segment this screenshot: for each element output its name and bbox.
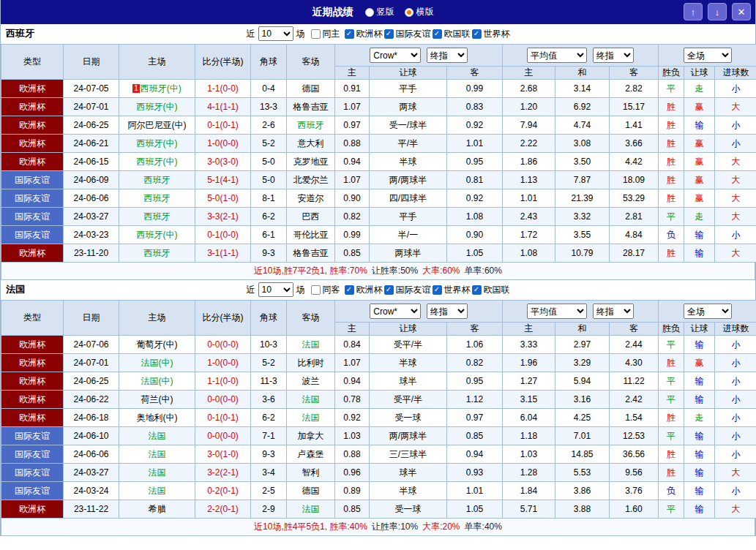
- checkbox-unchecked-icon[interactable]: [311, 29, 321, 39]
- summary-segment: 近10场,胜4平5负1, 胜率:40%: [254, 521, 367, 533]
- col-header-type: 类型: [1, 45, 64, 80]
- col-header-date: 日期: [64, 45, 119, 80]
- competition-filter[interactable]: ✓欧国联: [433, 28, 471, 40]
- odds-stage-select[interactable]: 终指: [427, 304, 468, 319]
- goals-result-cell: 小: [715, 445, 756, 464]
- near-label: 近: [247, 28, 255, 40]
- radio-selected-icon[interactable]: [405, 8, 413, 17]
- odds-home-cell: 0.97: [335, 116, 370, 135]
- result-cell: 胜: [659, 189, 684, 208]
- competition-type-cell: 国际友谊: [1, 445, 64, 464]
- summary-segment: 单率:60%: [465, 265, 502, 277]
- avg-odds-select[interactable]: 平均值: [527, 304, 587, 319]
- checkbox-checked-icon[interactable]: ✓: [433, 29, 442, 39]
- competition-label: 世界杯: [444, 284, 471, 296]
- handicap-result-cell: 赢: [684, 135, 715, 153]
- result-group-header: 全场: [659, 301, 756, 323]
- competition-filters: ✓欧洲杯✓国际友谊✓世界杯✓欧国联: [343, 284, 510, 296]
- odds-stage-select[interactable]: 终指: [427, 48, 468, 63]
- same-venue-label: 同客: [323, 284, 340, 296]
- match-row: 欧洲杯24-06-15西班牙(中)3-0(3-0)5-0克罗地亚0.94半球0.…: [1, 153, 756, 171]
- checkbox-checked-icon[interactable]: ✓: [472, 29, 482, 39]
- view-option-horizontal[interactable]: 横版: [405, 6, 434, 18]
- result-cell: 胜: [659, 354, 684, 372]
- move-down-button[interactable]: ↓: [708, 3, 727, 20]
- avg-away-cell: 36.56: [610, 445, 659, 464]
- odds-group-header: Crow* 终指: [335, 301, 503, 323]
- handicap-result-cell: 输: [684, 336, 715, 354]
- home-team-cell: 阿尔巴尼亚(中): [119, 116, 195, 135]
- subcol-handicap-result: 让球: [684, 323, 715, 336]
- same-venue-filter[interactable]: 同客: [311, 284, 340, 296]
- competition-filter[interactable]: ✓国际友谊: [384, 284, 431, 296]
- score-cell: 0-1(0-0): [195, 226, 251, 244]
- home-team-cell: 希腊: [119, 500, 195, 519]
- corner-cell: 5-2: [251, 354, 287, 372]
- title-bar-buttons: ↑ ↓ ✕: [684, 3, 751, 20]
- match-row: 国际友谊24-03-24法国0-2(0-1)2-5德国0.89半球1.011.8…: [1, 482, 756, 500]
- odds-home-cell: 0.89: [335, 482, 370, 500]
- view-option-horizontal-label: 横版: [416, 6, 434, 18]
- move-up-button[interactable]: ↑: [684, 3, 703, 20]
- avg-stage-select[interactable]: 终指: [593, 48, 634, 63]
- away-team-cell: 法国: [287, 500, 335, 519]
- goals-result-cell: 小: [715, 354, 756, 372]
- competition-filter[interactable]: ✓世界杯: [472, 28, 510, 40]
- results-tbody: 欧洲杯24-07-06葡萄牙(中)0-0(0-0)10-3法国0.84受平/半1…: [1, 336, 756, 519]
- bookmaker-select[interactable]: Crow*: [370, 48, 421, 63]
- score-cell: 5-0(1-0): [195, 189, 251, 208]
- corner-cell: 5-0: [251, 153, 287, 171]
- matches-label: 场: [296, 28, 305, 40]
- same-venue-label: 同主: [323, 28, 340, 40]
- competition-filter[interactable]: ✓欧洲杯: [345, 284, 383, 296]
- col-header-away: 客场: [287, 45, 335, 80]
- view-option-vertical[interactable]: 竖版: [365, 6, 394, 18]
- checkbox-checked-icon[interactable]: ✓: [345, 29, 354, 39]
- match-row: 欧洲杯23-11-22希腊2-2(0-1)2-9法国0.85受一球1.055.7…: [1, 500, 756, 519]
- competition-filter[interactable]: ✓世界杯: [433, 284, 471, 296]
- away-team-cell: 克罗地亚: [287, 153, 335, 171]
- result-cell: 胜: [659, 116, 684, 135]
- odds-home-cell: 1.07: [335, 354, 370, 372]
- checkbox-checked-icon[interactable]: ✓: [384, 285, 394, 295]
- home-team-cell: 法国: [119, 445, 195, 464]
- bookmaker-select[interactable]: Crow*: [370, 304, 421, 319]
- col-header-score: 比分(半场): [195, 45, 251, 80]
- team-name: 西班牙: [6, 27, 34, 40]
- view-option-vertical-label: 竖版: [377, 6, 394, 18]
- match-count-select[interactable]: 10: [258, 26, 293, 41]
- subcol-odds-away: 客: [447, 323, 503, 336]
- avg-odds-select[interactable]: 平均值: [527, 48, 587, 63]
- competition-filter[interactable]: ✓欧洲杯: [345, 28, 383, 40]
- competition-filter[interactable]: ✓欧国联: [472, 284, 510, 296]
- checkbox-unchecked-icon[interactable]: [311, 285, 321, 295]
- same-venue-filter[interactable]: 同主: [311, 28, 340, 40]
- competition-filters: ✓欧洲杯✓国际友谊✓欧国联✓世界杯: [343, 28, 510, 40]
- radio-unselected-icon[interactable]: [365, 8, 374, 17]
- scope-select[interactable]: 全场: [684, 304, 732, 319]
- score-cell: 0-1(0-1): [195, 116, 251, 135]
- avg-stage-select[interactable]: 终指: [593, 304, 634, 319]
- checkbox-checked-icon[interactable]: ✓: [433, 285, 442, 295]
- checkbox-checked-icon[interactable]: ✓: [345, 285, 354, 295]
- competition-filter[interactable]: ✓国际友谊: [384, 28, 431, 40]
- scope-select[interactable]: 全场: [684, 48, 732, 63]
- checkbox-checked-icon[interactable]: ✓: [472, 285, 482, 295]
- odds-away-cell: 1.06: [447, 336, 503, 354]
- avg-away-cell: 1.60: [610, 500, 659, 519]
- home-team-cell: 西班牙: [119, 208, 195, 226]
- score-cell: 1-0(0-0): [195, 135, 251, 153]
- goals-result-cell: 大: [715, 98, 756, 116]
- odds-away-cell: 0.95: [447, 372, 503, 391]
- away-team-cell: 波兰: [287, 372, 335, 391]
- match-count-select[interactable]: 10: [258, 282, 293, 297]
- close-button[interactable]: ✕: [732, 3, 751, 20]
- summary-segment: 让胜率:10%: [372, 521, 418, 533]
- result-cell: 平: [659, 80, 684, 98]
- handicap-cell: 球半: [370, 372, 447, 391]
- result-cell: 胜: [659, 171, 684, 189]
- corner-cell: 9-3: [251, 244, 287, 263]
- match-row: 国际友谊24-06-10法国0-0(0-0)7-1加拿大1.03两/两球半0.8…: [1, 427, 756, 445]
- checkbox-checked-icon[interactable]: ✓: [384, 29, 394, 39]
- match-row: 欧洲杯23-11-20西班牙3-1(1-1)9-3格鲁吉亚0.85两球半1.05…: [1, 244, 756, 263]
